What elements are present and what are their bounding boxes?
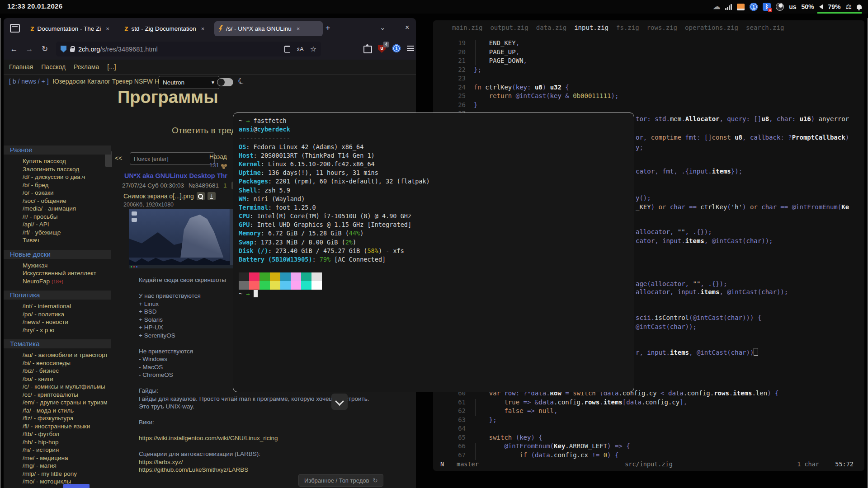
tab-zig-std[interactable]: Z std - Zig Documentation × <box>120 21 220 36</box>
sidebar-board-link[interactable]: /mg/ - магия <box>4 462 111 470</box>
code-line[interactable]: 22}; <box>433 66 864 75</box>
style-select[interactable]: Neutron ▼ <box>159 76 219 89</box>
sidebar-board-link[interactable]: /fl/ - иностранные языки <box>4 422 111 431</box>
speaker-icon[interactable] <box>819 4 823 9</box>
site-nav-link[interactable]: [...] <box>107 63 116 70</box>
editor-tab-search.zig[interactable]: search.zig <box>746 24 784 31</box>
sidebar-board-link[interactable]: /bo/ - книги <box>4 375 111 383</box>
bluetooth-disabled-icon[interactable]: ᛒ× <box>763 3 771 11</box>
filename-link[interactable]: Снимок экрана о[...].png <box>123 192 194 200</box>
new-posts-bar[interactable] <box>63 484 90 488</box>
editor-tab-operations.zig[interactable]: operations.zig <box>685 24 738 31</box>
code-line[interactable]: 26} <box>433 101 864 110</box>
extensions-puzzle-icon[interactable] <box>363 46 372 53</box>
tab-close-icon[interactable]: × <box>297 25 300 32</box>
sidebar-board-link[interactable]: /rf/ - убежище <box>4 229 111 237</box>
onepassword-extension-icon[interactable]: 1 <box>392 44 401 52</box>
sidebar-board-link[interactable]: Искусственный интеллект <box>4 269 111 277</box>
code-line[interactable]: 19 END_KEY, <box>433 39 864 48</box>
site-nav-link[interactable]: Главная <box>9 63 33 70</box>
window-close-icon[interactable]: × <box>405 23 409 32</box>
sidebar-board-link[interactable]: /hi/ - история <box>4 446 111 454</box>
steam-icon[interactable] <box>776 3 784 11</box>
sidebar-board-link[interactable]: NeuroFap(18+) <box>4 277 111 286</box>
editor-tab-output.zig[interactable]: output.zig <box>490 24 528 31</box>
code-line[interactable]: 24fn ctrlKey(key: u8) u32 { <box>433 83 864 92</box>
volume-level[interactable]: 50% <box>801 3 814 10</box>
sidebar-board-link[interactable]: /hry/ - х р ю <box>4 326 111 334</box>
sidebar-board-link[interactable]: /mlp/ - my little pony <box>4 470 111 478</box>
sidebar-board-link[interactable]: Купить пасскод <box>4 157 111 165</box>
code-line[interactable]: 20 PAGE_UP, <box>433 48 864 57</box>
translate-icon[interactable]: ẋA <box>297 46 303 52</box>
foot-terminal-window[interactable]: ~ → fastfetchansi@cyberdeck-------------… <box>233 113 634 392</box>
code-line[interactable]: 25 return @intCast(key & 0b00011111); <box>433 92 864 101</box>
reader-mode-icon[interactable] <box>284 46 290 53</box>
sidebar-board-link[interactable]: Залогинить пасскод <box>4 165 111 174</box>
tab-container-icon[interactable] <box>10 24 20 33</box>
cloud-sync-icon[interactable]: ☁ <box>713 3 720 10</box>
sidebar-board-link[interactable]: /cc/ - криптовалюты <box>4 391 111 399</box>
sidebar-board-link[interactable]: /c/ - комиксы и мультфильмы <box>4 383 111 391</box>
board-shortcuts[interactable]: [ b / news / + ] <box>9 78 49 85</box>
notification-bell-icon[interactable] <box>857 5 862 9</box>
sidebar-board-link[interactable]: /biz/ - бизнес <box>4 367 111 375</box>
search-input[interactable] <box>130 152 215 165</box>
sidebar-board-link[interactable]: Тивач <box>4 236 111 244</box>
editor-tab-fs.zig[interactable]: fs.zig <box>616 24 639 31</box>
tab-zig-docs[interactable]: Z Documentation - The Zi × <box>26 21 125 36</box>
sidebar-board-link[interactable]: /au/ - автомобили и транспорт <box>4 351 111 359</box>
dark-mode-moon-icon[interactable]: ☾ <box>236 75 247 87</box>
tab-overflow-chevron-icon[interactable]: ⌄ <box>380 23 386 32</box>
reply-link[interactable]: Ответить в тред <box>172 126 236 136</box>
bookmark-star-icon[interactable]: ☆ <box>310 45 316 53</box>
scroll-down-button[interactable] <box>331 394 348 410</box>
url-bar[interactable]: 2ch.org/s/res/3489681.html ẋA ☆ <box>56 42 321 56</box>
sidebar-board-link[interactable]: /d/ - дискуссии о два.ч <box>4 173 111 181</box>
sidebar-board-link[interactable]: /r/ - просьбы <box>4 213 111 221</box>
onepassword-icon[interactable]: 1 <box>750 3 758 11</box>
code-line[interactable]: 62 false => null, <box>433 407 864 416</box>
reload-icon[interactable]: ↻ <box>37 44 52 54</box>
sidebar-board-link[interactable]: /bi/ - велосипеды <box>4 359 111 367</box>
download-file-button[interactable]: ↓ <box>208 192 216 200</box>
files-app-icon[interactable] <box>737 4 745 10</box>
sidebar-board-link[interactable]: /b/ - бред <box>4 181 111 189</box>
network-signal-icon[interactable] <box>725 4 732 10</box>
sidebar-board-link[interactable]: Мужикач <box>4 262 111 270</box>
post-image-thumbnail[interactable] <box>129 209 236 268</box>
site-nav-link[interactable]: Реклама <box>74 63 99 70</box>
sidebar-board-link[interactable]: /soc/ - общение <box>4 197 111 205</box>
sidebar-board-link[interactable]: /fiz/ - физкультура <box>4 414 111 422</box>
code-line[interactable]: 66 @intFromEnum(Key.ARROW_LEFT) => { <box>433 442 864 451</box>
thread-subject[interactable]: UN*X aka GNULinux Desktop Thr <box>124 172 227 179</box>
tab-close-icon[interactable]: × <box>106 25 109 32</box>
theme-toggle[interactable] <box>217 78 233 86</box>
tab-2ch-thread[interactable]: /s/ - UN*X aka GNULinu × <box>214 21 323 36</box>
post-link[interactable]: https://wiki.installgentoo.com/wiki/GNU/… <box>139 434 369 442</box>
sidebar-board-link[interactable]: /fa/ - мода и стиль <box>4 407 111 415</box>
sidebar-board-link[interactable]: /int/ - international <box>4 302 111 310</box>
post-link[interactable]: https://github.com/LukeSmithxyz/LARBS <box>139 466 369 474</box>
sidebar-board-link[interactable]: /ftb/ - футбол <box>4 430 111 438</box>
editor-tab-input.zig[interactable]: input.zig <box>574 24 609 31</box>
tracking-protection-shield-icon[interactable] <box>61 46 66 52</box>
sidebar-board-link[interactable]: /o/ - оэкаки <box>4 189 111 197</box>
code-line[interactable]: 65 switch (key) { <box>433 433 864 442</box>
editor-tab-main.zig[interactable]: main.zig <box>452 24 482 31</box>
keyboard-layout[interactable]: us <box>789 3 796 10</box>
sidebar-board-link[interactable]: /mo/ - мотоциклы <box>4 478 111 486</box>
sidebar-board-link[interactable]: /po/ - политика <box>4 310 111 319</box>
code-line[interactable]: 63 }; <box>433 416 864 425</box>
zoom-file-button[interactable] <box>197 192 205 200</box>
back-to-board-link[interactable]: Назад <box>209 153 227 160</box>
sidebar-board-link[interactable]: /media/ - анимация <box>4 205 111 213</box>
forward-icon[interactable]: → <box>22 45 37 54</box>
post-number[interactable]: №3489681 <box>189 182 219 189</box>
collapse-label[interactable]: << <box>115 155 122 162</box>
code-line[interactable]: 61 true => &data.config.rows.items[data.… <box>433 398 864 407</box>
power-profile-scales-icon[interactable]: ⚖ <box>846 4 852 10</box>
post-link[interactable]: https://larbs.xyz/ <box>139 458 369 466</box>
tab-close-icon[interactable]: × <box>201 25 205 32</box>
site-nav-link[interactable]: Пасскод <box>41 63 66 70</box>
